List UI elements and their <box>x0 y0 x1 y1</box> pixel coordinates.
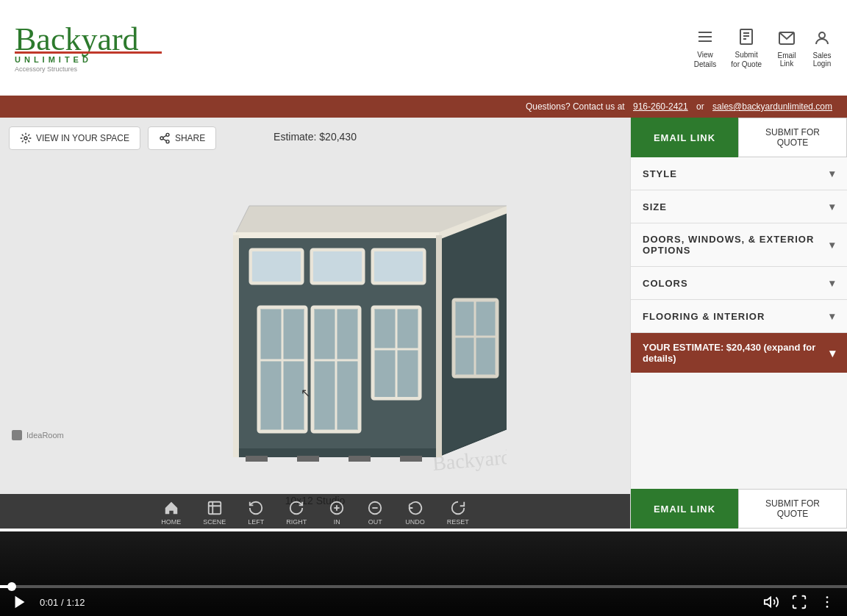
play-icon <box>12 594 28 610</box>
nav-submit-quote[interactable]: Submitfor Quote <box>731 26 762 69</box>
svg-rect-59 <box>208 502 221 515</box>
zoom-out-icon <box>367 500 383 516</box>
volume-button[interactable] <box>763 594 779 610</box>
svg-rect-23 <box>349 456 371 462</box>
accordion-colors-header[interactable]: COLORS ▾ <box>631 267 847 299</box>
building-container: Backyard Backyard <box>0 118 630 529</box>
logo-area: Backyard UNLIMITED Accessory Structures <box>15 24 162 73</box>
user-icon <box>812 28 832 49</box>
toolbar-out[interactable]: OUT <box>367 500 383 526</box>
toolbar-right-label: RIGHT <box>286 518 307 526</box>
document-icon <box>736 26 757 47</box>
accordion-style-header[interactable]: STYLE ▾ <box>631 157 847 190</box>
svg-marker-65 <box>15 596 25 609</box>
idearoom-watermark: IdeaRoom <box>12 430 64 440</box>
toolbar-undo[interactable]: UNDO <box>405 500 425 526</box>
svg-rect-34 <box>313 251 362 282</box>
undo-icon <box>407 500 424 516</box>
svg-point-8 <box>819 32 825 38</box>
fullscreen-icon <box>791 594 807 610</box>
email-link-top-button[interactable]: EMAIL LINK <box>631 118 738 157</box>
accordion-size-arrow: ▾ <box>829 201 835 212</box>
svg-rect-28 <box>436 235 442 457</box>
nav-submit-quote-label: Submitfor Quote <box>731 50 762 69</box>
progress-fill <box>0 585 12 588</box>
time-current: 0:01 <box>40 597 58 608</box>
reset-icon <box>450 500 466 516</box>
toolbar-out-label: OUT <box>368 518 382 526</box>
contact-phone[interactable]: 916-260-2421 <box>633 101 688 112</box>
accordion-colors: COLORS ▾ <box>631 267 847 300</box>
list-icon <box>695 26 715 47</box>
logo-unlimited: UNLIMITED <box>15 51 162 64</box>
accordion-doors-arrow: ▾ <box>829 239 835 251</box>
contact-bar: Questions? Contact us at 916-260-2421 or… <box>0 96 847 118</box>
viewer-panel: VIEW IN YOUR SPACE SHARE Estimate: $20,4… <box>0 118 630 529</box>
svg-rect-37 <box>374 251 423 282</box>
nav-right: ViewDetails Submitfor Quote <box>694 26 832 69</box>
svg-marker-66 <box>765 598 771 607</box>
toolbar-scene[interactable]: SCENE <box>203 500 226 526</box>
accordion-style-arrow: ▾ <box>829 168 835 179</box>
accordion-size: SIZE ▾ <box>631 190 847 223</box>
logo-sub: Accessory Structures <box>15 65 162 73</box>
svg-point-69 <box>826 606 829 608</box>
top-action-buttons: EMAIL LINK SUBMIT FOR QUOTE <box>631 118 847 157</box>
accordion-flooring-label: FLOORING & INTERIOR <box>643 311 765 322</box>
accordion-size-label: SIZE <box>643 201 667 212</box>
fullscreen-button[interactable] <box>791 594 807 610</box>
controls-row: 0:01 / 1:12 <box>0 588 847 616</box>
svg-rect-31 <box>252 251 301 282</box>
time-total: 1:12 <box>66 597 85 608</box>
svg-point-68 <box>826 601 829 604</box>
volume-icon <box>763 594 779 610</box>
accordion-size-header[interactable]: SIZE ▾ <box>631 190 847 223</box>
more-icon <box>819 594 835 610</box>
svg-rect-21 <box>246 456 268 462</box>
toolbar-home[interactable]: HOME <box>161 500 181 526</box>
nav-sales-label: SalesLogin <box>812 51 831 68</box>
zoom-in-icon <box>329 500 345 516</box>
accordion-doors-header[interactable]: DOORS, WINDOWS, & EXTERIOR OPTIONS ▾ <box>631 223 847 266</box>
idearoom-box-icon <box>12 430 22 440</box>
toolbar-in-label: IN <box>334 518 340 526</box>
toolbar-home-label: HOME <box>161 518 181 526</box>
ctrl-right <box>763 594 835 610</box>
submit-quote-top-button[interactable]: SUBMIT FOR QUOTE <box>738 118 847 157</box>
toolbar-right[interactable]: RIGHT <box>286 500 307 526</box>
video-wrapper: Backyard UNLIMITED Accessory Structures … <box>0 0 847 616</box>
progress-bar[interactable] <box>0 585 847 588</box>
email-link-bottom-button[interactable]: EMAIL LINK <box>631 489 738 529</box>
nav-sales-login[interactable]: SalesLogin <box>812 28 832 68</box>
svg-rect-25 <box>233 232 442 238</box>
viewer-toolbar: HOME SCENE LEFT <box>0 494 630 529</box>
play-button[interactable] <box>12 594 28 610</box>
svg-point-67 <box>826 596 829 598</box>
rotate-right-icon <box>288 500 304 516</box>
svg-rect-22 <box>297 456 319 462</box>
nav-email-link[interactable]: EmailLink <box>776 28 797 68</box>
estimate-bar-text: YOUR ESTIMATE: $20,430 (expand for detai… <box>643 342 829 364</box>
toolbar-reset[interactable]: RESET <box>447 500 469 526</box>
svg-rect-24 <box>400 456 422 462</box>
building-svg: Backyard Backyard <box>124 162 507 485</box>
estimate-bar[interactable]: YOUR ESTIMATE: $20,430 (expand for detai… <box>631 333 847 373</box>
video-controls: 0:01 / 1:12 <box>0 531 847 616</box>
accordion-doors: DOORS, WINDOWS, & EXTERIOR OPTIONS ▾ <box>631 223 847 267</box>
time-display: 0:01 / 1:12 <box>40 597 85 608</box>
more-options-button[interactable] <box>819 594 835 610</box>
main-content: Backyard UNLIMITED Accessory Structures … <box>0 0 847 531</box>
idearoom-text: IdeaRoom <box>26 431 64 440</box>
accordion-flooring-header[interactable]: FLOORING & INTERIOR ▾ <box>631 300 847 332</box>
toolbar-reset-label: RESET <box>447 518 469 526</box>
accordion-doors-label: DOORS, WINDOWS, & EXTERIOR OPTIONS <box>643 234 829 256</box>
toolbar-left-label: LEFT <box>248 518 264 526</box>
toolbar-in[interactable]: IN <box>329 500 345 526</box>
toolbar-scene-label: SCENE <box>203 518 226 526</box>
nav-view-details[interactable]: ViewDetails <box>694 26 717 69</box>
contact-email[interactable]: sales@backyardunlimited.com <box>712 101 832 112</box>
estimate-bar-arrow: ▾ <box>829 346 835 360</box>
toolbar-left[interactable]: LEFT <box>248 500 264 526</box>
accordion-flooring-arrow: ▾ <box>829 310 835 322</box>
submit-quote-bottom-button[interactable]: SUBMIT FOR QUOTE <box>738 489 847 529</box>
